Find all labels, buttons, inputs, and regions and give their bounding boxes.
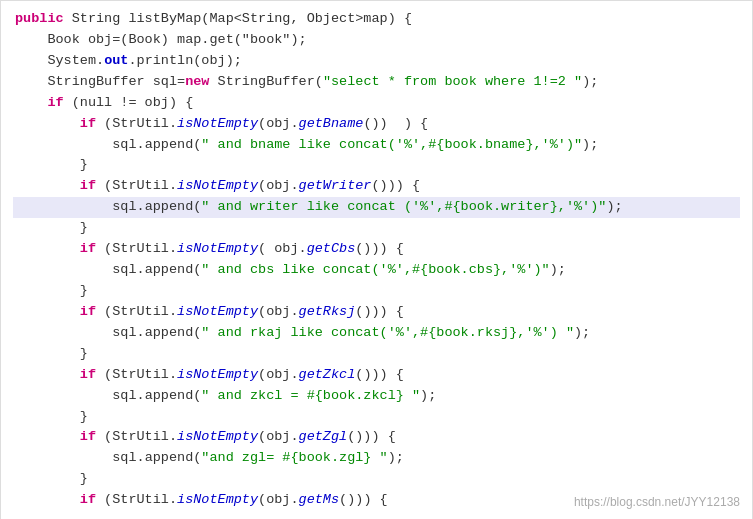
code-token bbox=[15, 178, 80, 193]
code-token: " and rkaj like concat('%',#{book.rksj},… bbox=[201, 325, 574, 340]
code-token: getRksj bbox=[299, 304, 356, 319]
code-token: String bbox=[64, 11, 129, 26]
code-token: isNotEmpty bbox=[177, 304, 258, 319]
code-token: (Map<String, Object>map) { bbox=[201, 11, 412, 26]
code-token: if bbox=[47, 95, 63, 110]
code-token: sql. bbox=[15, 199, 145, 214]
code-token: (obj. bbox=[258, 367, 299, 382]
code-token: ); bbox=[582, 74, 598, 89]
code-token: (StrUtil. bbox=[96, 304, 177, 319]
code-token: (obj. bbox=[258, 116, 299, 131]
code-token bbox=[15, 367, 80, 382]
code-token: } bbox=[15, 283, 88, 298]
code-line: sql.append(" and cbs like concat('%',#{b… bbox=[13, 260, 740, 281]
code-token: ())) { bbox=[347, 429, 396, 444]
code-token: ())) { bbox=[371, 178, 420, 193]
code-token bbox=[15, 116, 80, 131]
code-token: ())) { bbox=[355, 304, 404, 319]
code-token: (StrUtil. bbox=[96, 492, 177, 507]
code-line: } bbox=[13, 344, 740, 365]
code-token: if bbox=[80, 429, 96, 444]
code-token: " and bname like concat('%',#{book.bname… bbox=[201, 137, 582, 152]
code-token: (StrUtil. bbox=[96, 178, 177, 193]
code-token: ()) ) { bbox=[363, 116, 428, 131]
code-token: if bbox=[80, 492, 96, 507]
code-token: public bbox=[15, 11, 64, 26]
code-token: new bbox=[185, 74, 209, 89]
code-token: listByMap bbox=[128, 11, 201, 26]
code-token: } bbox=[15, 346, 88, 361]
code-token: if bbox=[80, 241, 96, 256]
code-line: } bbox=[13, 155, 740, 176]
code-token: out bbox=[104, 53, 128, 68]
code-line: if (StrUtil.isNotEmpty(obj.getBname()) )… bbox=[13, 114, 740, 135]
code-token: getWriter bbox=[299, 178, 372, 193]
code-token: isNotEmpty bbox=[177, 241, 258, 256]
code-line: Book obj=(Book) map.get("book"); bbox=[13, 30, 740, 51]
code-token: isNotEmpty bbox=[177, 367, 258, 382]
code-line: } bbox=[13, 281, 740, 302]
code-token: } bbox=[15, 471, 88, 486]
code-token: (obj. bbox=[258, 429, 299, 444]
code-token: . bbox=[128, 53, 136, 68]
code-token: isNotEmpty bbox=[177, 429, 258, 444]
code-token: (StrUtil. bbox=[96, 367, 177, 382]
code-token: isNotEmpty bbox=[177, 178, 258, 193]
code-line: if (StrUtil.isNotEmpty( obj.getCbs())) { bbox=[13, 239, 740, 260]
code-token: (StrUtil. bbox=[96, 116, 177, 131]
code-token: } bbox=[15, 220, 88, 235]
code-token: (obj); bbox=[193, 53, 242, 68]
code-token: getZgl bbox=[299, 429, 348, 444]
code-token bbox=[15, 304, 80, 319]
code-token: ); bbox=[550, 262, 566, 277]
code-line: public String listByMap(Map<String, Obje… bbox=[13, 9, 740, 30]
watermark: https://blog.csdn.net/JYY12138 bbox=[574, 493, 740, 512]
code-line: if (StrUtil.isNotEmpty(obj.getZgl())) { bbox=[13, 427, 740, 448]
code-token bbox=[15, 492, 80, 507]
code-token: sql. bbox=[15, 137, 145, 152]
code-token: getBname bbox=[299, 116, 364, 131]
code-token: StringBuffer sql= bbox=[15, 74, 185, 89]
code-token: get bbox=[209, 32, 233, 47]
code-token: append bbox=[145, 325, 194, 340]
code-token: if bbox=[80, 178, 96, 193]
code-line: sql.append(" and writer like concat ('%'… bbox=[13, 197, 740, 218]
code-token: sql. bbox=[15, 450, 145, 465]
code-token: getZkcl bbox=[299, 367, 356, 382]
code-token: sql. bbox=[15, 388, 145, 403]
code-container: public String listByMap(Map<String, Obje… bbox=[0, 0, 753, 519]
code-token: getMs bbox=[299, 492, 340, 507]
code-token: StringBuffer( bbox=[209, 74, 322, 89]
code-token: isNotEmpty bbox=[177, 116, 258, 131]
code-line: if (StrUtil.isNotEmpty(obj.getWriter()))… bbox=[13, 176, 740, 197]
code-line: } bbox=[13, 469, 740, 490]
code-token: (StrUtil. bbox=[96, 241, 177, 256]
code-token: (obj. bbox=[258, 178, 299, 193]
code-token: (obj. bbox=[258, 492, 299, 507]
code-token: } bbox=[15, 409, 88, 424]
code-line: sql.append(" and bname like concat('%',#… bbox=[13, 135, 740, 156]
code-line: sql.append("and zgl= #{book.zgl} "); bbox=[13, 448, 740, 469]
code-token: ())) { bbox=[339, 492, 388, 507]
code-token: if bbox=[80, 304, 96, 319]
code-token: System. bbox=[15, 53, 104, 68]
code-token bbox=[15, 241, 80, 256]
code-token: " and writer like concat ('%',#{book.wri… bbox=[201, 199, 606, 214]
code-token: ())) { bbox=[355, 367, 404, 382]
code-line: System.out.println(obj); bbox=[13, 51, 740, 72]
code-token: ( obj. bbox=[258, 241, 307, 256]
code-token: Book obj=(Book) map. bbox=[15, 32, 209, 47]
code-token: (StrUtil. bbox=[96, 429, 177, 444]
code-token: append bbox=[145, 388, 194, 403]
code-line: sql.append(" and zkcl = #{book.zkcl} "); bbox=[13, 386, 740, 407]
code-line: if (StrUtil.isNotEmpty(obj.getRksj())) { bbox=[13, 302, 740, 323]
code-token: if bbox=[80, 116, 96, 131]
code-token: ())) { bbox=[355, 241, 404, 256]
code-token: append bbox=[145, 262, 194, 277]
code-token: ); bbox=[606, 199, 622, 214]
code-token: "select * from book where 1!=2 " bbox=[323, 74, 582, 89]
code-token: sql. bbox=[15, 325, 145, 340]
code-line: if (null != obj) { bbox=[13, 93, 740, 114]
code-token: println bbox=[137, 53, 194, 68]
code-token: append bbox=[145, 450, 194, 465]
